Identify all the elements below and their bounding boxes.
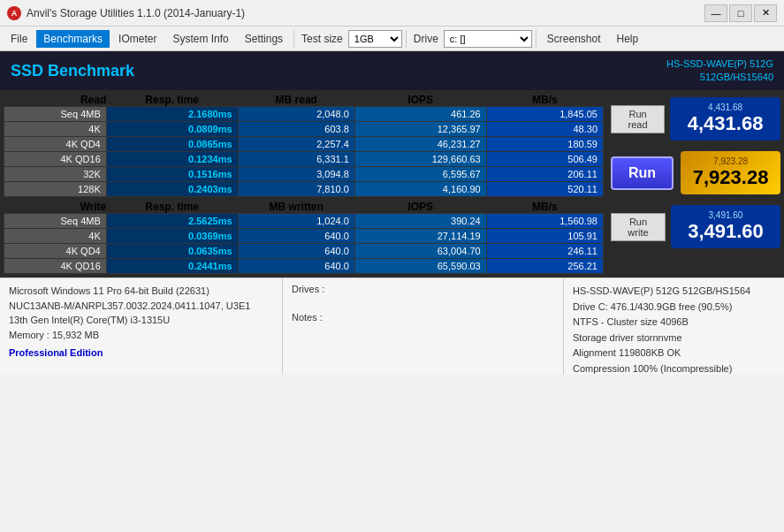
write-mb-0: 1,024.0: [238, 214, 354, 229]
read-mbs-0: 1,845.05: [486, 107, 603, 122]
read-iops-3: 129,660.63: [354, 152, 486, 167]
read-resp-3: 0.1234ms: [106, 152, 238, 167]
read-resp-5: 0.2403ms: [106, 182, 238, 197]
maximize-button[interactable]: □: [729, 4, 752, 22]
test-size-select[interactable]: 1GB 512MB 2GB 4GB: [348, 30, 402, 48]
bench-container: Read Resp. time MB read IOPS MB/s Seq 4M…: [0, 90, 607, 277]
drive-info: HS-SSD-WAVE(P) 512G 512GB/HS15640: [666, 57, 773, 85]
bottom-panel: Microsoft Windows 11 Pro 64-bit Build (2…: [0, 277, 784, 375]
notes-label: Notes :: [292, 312, 554, 323]
write-mbs-1: 105.91: [486, 229, 603, 244]
drives-label: Drives :: [292, 284, 554, 294]
mbs-header: MB/s: [486, 94, 603, 107]
run-section: Run 7,923.28 7,923.28: [611, 144, 780, 201]
write-resp-2: 0.0635ms: [106, 244, 238, 259]
read-resp-2: 0.0865ms: [106, 137, 238, 152]
read-label-2: 4K QD4: [4, 137, 107, 152]
sys-line4: Memory : 15,932 MB: [9, 328, 273, 343]
bottom-middle: Drives : Notes :: [283, 278, 563, 375]
resp-time-write-header: Resp. time: [106, 201, 238, 214]
mb-read-header: MB read: [238, 94, 354, 107]
drive-select[interactable]: c: []: [444, 30, 532, 48]
menu-benchmarks[interactable]: Benchmarks: [36, 30, 110, 48]
separator-2: [406, 30, 407, 48]
write-score-box: 3,491.60 3,491.60: [671, 205, 780, 248]
read-mb-5: 7,810.0: [238, 182, 354, 197]
read-resp-0: 2.1680ms: [106, 107, 238, 122]
menu-iometer[interactable]: IOmeter: [111, 30, 164, 48]
read-mb-0: 2,048.0: [238, 107, 354, 122]
total-score-big: 7,923.28: [689, 166, 772, 189]
read-mb-3: 6,331.1: [238, 152, 354, 167]
ssd-benchmark-title: SSD Benchmark: [11, 62, 134, 80]
drive-label: Drive: [410, 33, 442, 45]
drive-info-r3: NTFS - Cluster size 4096B: [573, 315, 775, 331]
read-row-3: 4K QD16 0.1234ms 6,331.1 129,660.63 506.…: [4, 152, 604, 167]
read-resp-4: 0.1516ms: [106, 167, 238, 182]
write-header: Write: [4, 201, 107, 214]
read-mbs-5: 520.11: [486, 182, 603, 197]
test-size-label: Test size: [298, 33, 346, 45]
minimize-button[interactable]: —: [704, 4, 727, 22]
write-resp-0: 2.5625ms: [106, 214, 238, 229]
read-header: Read: [4, 94, 107, 107]
write-label-0: Seq 4MB: [4, 214, 107, 229]
read-mbs-4: 206.11: [486, 167, 603, 182]
run-button[interactable]: Run: [611, 156, 674, 190]
menu-settings[interactable]: Settings: [238, 30, 290, 48]
total-score-box: 7,923.28 7,923.28: [681, 151, 780, 194]
read-iops-2: 46,231.27: [354, 137, 486, 152]
menu-help[interactable]: Help: [610, 30, 646, 48]
total-score-small: 7,923.28: [689, 156, 772, 166]
write-iops-1: 27,114.19: [354, 229, 486, 244]
read-score-box: 4,431.68 4,431.68: [670, 97, 780, 141]
read-score-big: 4,431.68: [679, 112, 772, 135]
menu-screenshot[interactable]: Screenshot: [540, 30, 608, 48]
drive-info-r4: Storage driver stornnvme: [573, 331, 775, 346]
read-iops-4: 6,595.67: [354, 167, 486, 182]
sys-line1: Microsoft Windows 11 Pro 64-bit Build (2…: [9, 284, 273, 299]
read-label-5: 128K: [4, 182, 107, 197]
close-button[interactable]: ✕: [754, 4, 777, 22]
mb-written-header: MB written: [238, 201, 354, 214]
bottom-left: Microsoft Windows 11 Pro 64-bit Build (2…: [0, 278, 283, 375]
read-row-1: 4K 0.0809ms 603.8 12,365.97 48.30: [4, 122, 604, 137]
write-row-2: 4K QD4 0.0635ms 640.0 63,004.70 246.11: [4, 244, 604, 259]
run-read-section: Run read 4,431.68 4,431.68: [611, 94, 780, 144]
drive-info-line2: 512GB/HS15640: [666, 71, 773, 84]
read-label-0: Seq 4MB: [4, 107, 107, 122]
run-read-button[interactable]: Run read: [611, 105, 665, 133]
mbs-write-header: MB/s: [486, 201, 603, 214]
resp-time-header: Resp. time: [106, 94, 238, 107]
write-iops-0: 390.24: [354, 214, 486, 229]
read-row-4: 32K 0.1516ms 3,094.8 6,595.67 206.11: [4, 167, 604, 182]
write-label-2: 4K QD4: [4, 244, 107, 259]
read-iops-5: 4,160.90: [354, 182, 486, 197]
iops-header: IOPS: [354, 94, 486, 107]
write-row-3: 4K QD16 0.2441ms 640.0 65,590.03 256.21: [4, 259, 604, 274]
write-mbs-3: 256.21: [486, 259, 603, 274]
read-mbs-1: 48.30: [486, 122, 603, 137]
app-icon: A: [7, 6, 21, 20]
pro-edition-label: Professional Edition: [9, 346, 273, 361]
write-mb-3: 640.0: [238, 259, 354, 274]
read-mbs-3: 506.49: [486, 152, 603, 167]
read-mb-2: 2,257.4: [238, 137, 354, 152]
read-table: Read Resp. time MB read IOPS MB/s Seq 4M…: [4, 94, 604, 197]
read-label-1: 4K: [4, 122, 107, 137]
menu-sysinfo[interactable]: System Info: [165, 30, 235, 48]
read-iops-0: 461.26: [354, 107, 486, 122]
read-label-4: 32K: [4, 167, 107, 182]
write-iops-3: 65,590.03: [354, 259, 486, 274]
drive-info-line1: HS-SSD-WAVE(P) 512G: [666, 57, 773, 71]
separator-3: [536, 30, 537, 48]
read-row-0: Seq 4MB 2.1680ms 2,048.0 461.26 1,845.05: [4, 107, 604, 122]
write-mbs-0: 1,560.98: [486, 214, 603, 229]
write-resp-3: 0.2441ms: [106, 259, 238, 274]
sys-line2: NUC13ANB-M/ANRPL357.0032.2024.0411.1047,…: [9, 299, 273, 314]
run-write-button[interactable]: Run write: [611, 213, 666, 241]
menu-file[interactable]: File: [4, 30, 34, 48]
write-score-small: 3,491.60: [680, 210, 772, 220]
read-row-2: 4K QD4 0.0865ms 2,257.4 46,231.27 180.59: [4, 137, 604, 152]
write-mb-2: 640.0: [238, 244, 354, 259]
